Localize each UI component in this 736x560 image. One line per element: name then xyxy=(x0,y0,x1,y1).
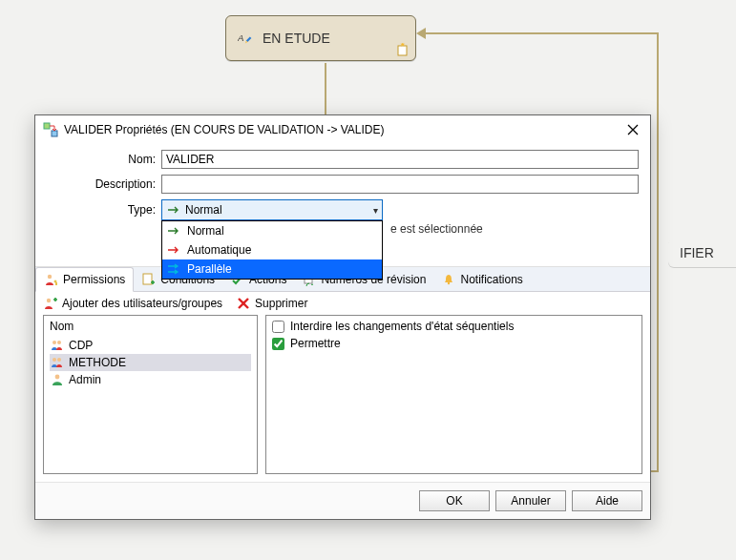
svg-rect-7 xyxy=(143,274,152,284)
font-pencil-icon: A xyxy=(238,31,253,46)
type-option-automatique[interactable]: Automatique xyxy=(162,240,382,259)
description-input[interactable] xyxy=(161,175,639,194)
properties-dialog: VALIDER Propriétés (EN COURS DE VALIDATI… xyxy=(34,114,651,520)
type-selected: Normal xyxy=(185,203,222,217)
chevron-down-icon: ▾ xyxy=(373,205,378,216)
svg-point-9 xyxy=(448,281,450,283)
note-plus-icon xyxy=(141,272,157,287)
double-arrow-right-icon xyxy=(166,261,181,277)
close-button[interactable] xyxy=(623,120,642,139)
svg-rect-2 xyxy=(44,123,50,129)
users-panel: Nom CDP METHODE Admin xyxy=(43,315,258,474)
dialog-buttons: OK Annuler Aide xyxy=(35,482,650,519)
user-row[interactable]: METHODE xyxy=(50,354,251,371)
type-option-normal[interactable]: Normal xyxy=(162,221,382,240)
label-type: Type: xyxy=(47,203,161,217)
titlebar: VALIDER Propriétés (EN COURS DE VALIDATI… xyxy=(35,115,650,144)
svg-point-14 xyxy=(57,358,61,362)
add-users-button[interactable]: Ajouter des utilisateurs/groupes xyxy=(43,296,222,311)
checkbox-input[interactable] xyxy=(272,338,284,350)
person-key-icon xyxy=(44,272,59,287)
type-combobox[interactable]: Normal ▾ xyxy=(161,199,383,220)
arrow-right-icon xyxy=(166,202,181,218)
ok-button[interactable]: OK xyxy=(419,490,490,511)
group-icon xyxy=(50,338,65,353)
svg-point-11 xyxy=(53,341,56,344)
tab-permissions[interactable]: Permissions xyxy=(35,267,134,292)
new-note-icon xyxy=(396,43,410,56)
transition-icon xyxy=(43,122,58,137)
column-header-nom: Nom xyxy=(50,320,251,333)
svg-rect-1 xyxy=(398,46,407,55)
nom-input[interactable] xyxy=(161,150,639,169)
user-row[interactable]: CDP xyxy=(50,337,251,354)
user-icon xyxy=(50,372,65,387)
svg-point-12 xyxy=(57,341,61,344)
checkbox-forbid-sequential[interactable]: Interdire les changements d'état séquent… xyxy=(272,320,636,333)
delete-x-icon xyxy=(236,296,251,311)
tab-notifications[interactable]: Notifications xyxy=(433,267,530,291)
svg-point-13 xyxy=(53,358,56,362)
dialog-title: VALIDER Propriétés (EN COURS DE VALIDATI… xyxy=(64,123,618,136)
group-icon xyxy=(50,355,65,370)
label-description: Description: xyxy=(47,177,161,191)
svg-point-10 xyxy=(47,299,51,302)
node-en-etude[interactable]: A EN ETUDE xyxy=(225,15,416,61)
label-nom: Nom: xyxy=(47,153,161,166)
type-dropdown: Normal Automatique Parallèle xyxy=(161,220,383,280)
cancel-button[interactable]: Annuler xyxy=(495,490,566,511)
arrow-right-icon xyxy=(166,242,181,258)
options-panel: Interdire les changements d'état séquent… xyxy=(265,315,642,474)
help-button[interactable]: Aide xyxy=(572,490,642,511)
checkbox-allow[interactable]: Permettre xyxy=(272,337,636,350)
type-option-parallele[interactable]: Parallèle xyxy=(162,259,382,279)
bell-icon xyxy=(441,272,456,287)
node-label: EN ETUDE xyxy=(263,31,330,46)
delete-button[interactable]: Supprimer xyxy=(236,296,307,311)
arrow-right-icon xyxy=(166,223,181,239)
svg-point-4 xyxy=(48,275,52,279)
svg-point-15 xyxy=(55,375,60,380)
checkbox-input[interactable] xyxy=(272,321,284,333)
svg-rect-6 xyxy=(55,282,57,285)
svg-rect-3 xyxy=(52,131,57,136)
permissions-toolbar: Ajouter des utilisateurs/groupes Supprim… xyxy=(35,292,650,315)
node-partial-ifier: IFIER xyxy=(668,239,736,267)
user-row[interactable]: Admin xyxy=(50,371,251,388)
person-plus-icon xyxy=(43,296,58,311)
authentication-text-fragment: e est sélectionnée xyxy=(390,222,639,238)
svg-text:A: A xyxy=(238,32,243,43)
